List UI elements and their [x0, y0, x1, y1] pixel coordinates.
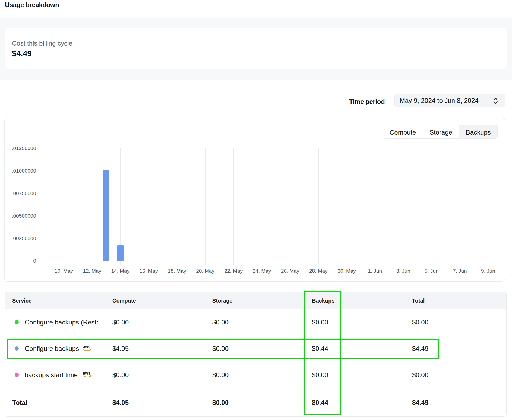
svg-text:aws: aws: [83, 371, 90, 376]
